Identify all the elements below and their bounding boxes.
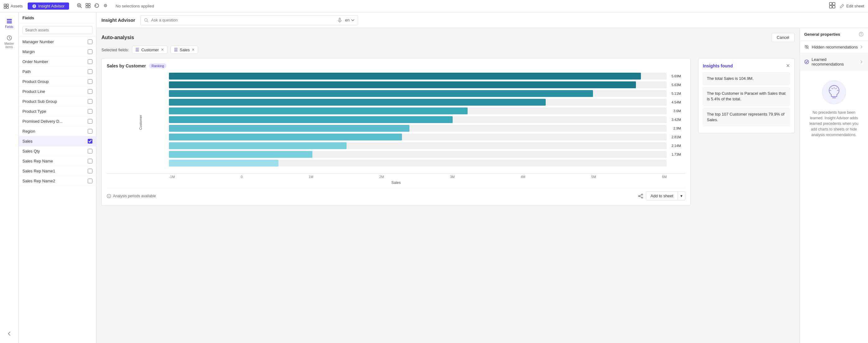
- sidebar-item-master-items[interactable]: Master items: [0, 32, 18, 51]
- bar-fill: [169, 81, 636, 88]
- insight-advisor-tab[interactable]: Insight Advisor: [28, 2, 69, 10]
- chart-card: Sales by Customer Ranking Customer Parac…: [101, 58, 691, 206]
- sub-header: Insight Advisor en: [96, 12, 868, 28]
- zoom-in-icon[interactable]: [76, 3, 82, 9]
- field-checkbox[interactable]: [88, 39, 92, 44]
- language-selector[interactable]: en: [345, 18, 354, 22]
- field-label: Sales Rep Name: [22, 159, 88, 164]
- bar-container: 4.54M: [169, 99, 667, 106]
- field-item[interactable]: Product Sub Group: [19, 97, 96, 107]
- field-label: Product Sub Group: [22, 99, 88, 104]
- bar-container: 2.14M: [169, 142, 667, 149]
- field-item[interactable]: Sales Rep Name1: [19, 166, 96, 176]
- bar-fill: [169, 90, 593, 97]
- field-item[interactable]: Region: [19, 127, 96, 136]
- search-bar: en: [140, 15, 358, 25]
- field-checkbox[interactable]: [88, 59, 92, 64]
- svg-rect-13: [830, 2, 832, 5]
- field-item[interactable]: Promised Delivery D...: [19, 116, 96, 127]
- rotate-icon[interactable]: [94, 3, 99, 9]
- field-item[interactable]: Order Number: [19, 57, 96, 67]
- sidebar-collapse-button[interactable]: [5, 328, 14, 339]
- bar-row: Boston and Albany Railroad Company2.14M: [169, 142, 667, 149]
- check-circle-icon: [804, 59, 809, 64]
- field-item[interactable]: Sales Rep Name: [19, 156, 96, 166]
- sidebar-item-fields[interactable]: Fields: [0, 15, 18, 31]
- fields-label: Fields: [5, 25, 13, 29]
- field-item[interactable]: Sales Qty: [19, 146, 96, 156]
- bar-row: Paracel5.69M: [169, 73, 667, 79]
- field-checkbox[interactable]: [88, 159, 92, 164]
- customer-field-name: Customer: [141, 47, 159, 52]
- field-checkbox[interactable]: [88, 89, 92, 94]
- pin-icon[interactable]: [103, 3, 108, 9]
- svg-point-27: [642, 197, 643, 198]
- info-icon: [107, 194, 111, 198]
- bar-container: 2.81M: [169, 134, 667, 140]
- bar-container: 5.69M: [169, 73, 667, 79]
- field-item[interactable]: Product Type: [19, 107, 96, 116]
- bar-fill: [169, 134, 402, 140]
- field-checkbox[interactable]: [88, 79, 92, 84]
- chevron-right-icon: [859, 45, 864, 49]
- field-item[interactable]: Sales Rep Name2: [19, 176, 96, 186]
- field-checkbox[interactable]: [88, 49, 92, 54]
- remove-sales-button[interactable]: ✕: [192, 47, 195, 52]
- bar-value: 5.11M: [671, 92, 681, 95]
- field-item[interactable]: Margin: [19, 47, 96, 57]
- fields-search-input[interactable]: [22, 26, 92, 34]
- learned-recommendations-section[interactable]: Learned recommendations: [800, 54, 868, 71]
- learned-recommendations-label: Learned recommendations: [812, 57, 859, 67]
- add-to-sheet-button[interactable]: Add to sheet: [646, 192, 678, 200]
- field-item[interactable]: Sales: [19, 136, 96, 146]
- insights-panel: Insights found ✕ The total Sales is 104.…: [698, 58, 795, 133]
- field-label: Path: [22, 69, 88, 74]
- field-checkbox[interactable]: [88, 99, 92, 104]
- hidden-recommendations-section[interactable]: Hidden recommendations: [800, 41, 868, 54]
- chart-card-wrapper: Sales by Customer Ranking Customer Parac…: [101, 58, 691, 209]
- x-axis-label-text: Sales: [107, 180, 685, 185]
- field-item[interactable]: Manager Number: [19, 37, 96, 47]
- assets-nav[interactable]: Assets: [4, 4, 23, 9]
- field-item[interactable]: Path: [19, 67, 96, 77]
- svg-rect-17: [7, 19, 12, 20]
- chart-footer: Analysis periods available: [107, 188, 685, 200]
- close-insights-button[interactable]: ✕: [786, 63, 790, 69]
- grid-view-icon[interactable]: [829, 2, 836, 10]
- field-checkbox[interactable]: [88, 69, 92, 74]
- field-checkbox[interactable]: [88, 149, 92, 153]
- field-checkbox[interactable]: [88, 129, 92, 134]
- insight-item: The total Sales is 104.9M.: [703, 72, 790, 85]
- field-checkbox[interactable]: [88, 179, 92, 183]
- bar-value: 2.14M: [671, 144, 681, 147]
- insight-item: The top Customer is Paracel with Sales t…: [703, 87, 790, 105]
- sales-field-icon: ☰: [174, 47, 178, 52]
- field-item[interactable]: Product Line: [19, 87, 96, 97]
- field-checkbox[interactable]: [88, 139, 92, 143]
- edit-sheet-button[interactable]: Edit sheet: [839, 4, 864, 9]
- ask-question-input[interactable]: [151, 18, 335, 22]
- field-checkbox[interactable]: [88, 169, 92, 173]
- field-checkbox[interactable]: [88, 109, 92, 114]
- remove-customer-button[interactable]: ✕: [161, 47, 164, 52]
- microphone-icon[interactable]: [337, 18, 343, 23]
- field-label: Product Line: [22, 89, 88, 94]
- help-icon[interactable]: [859, 32, 864, 37]
- bar-container: 1.73M: [169, 151, 667, 158]
- field-checkbox[interactable]: [88, 119, 92, 124]
- svg-rect-14: [833, 2, 835, 5]
- field-label: Product Group: [22, 79, 88, 84]
- hidden-recommendations-left: Hidden recommendations: [804, 44, 858, 49]
- bar-value: 4.54M: [671, 100, 681, 104]
- field-label: Sales Rep Name2: [22, 179, 88, 183]
- sidebar-bottom: [5, 328, 14, 343]
- field-item[interactable]: Product Group: [19, 77, 96, 87]
- svg-point-32: [822, 80, 846, 104]
- svg-point-12: [105, 5, 106, 6]
- field-label: Order Number: [22, 59, 88, 64]
- assets-icon: [4, 4, 9, 9]
- expand-icon[interactable]: [85, 3, 91, 9]
- share-icon[interactable]: [638, 193, 643, 199]
- add-to-sheet-dropdown[interactable]: ▾: [678, 192, 685, 200]
- cancel-button[interactable]: Cancel: [772, 33, 795, 42]
